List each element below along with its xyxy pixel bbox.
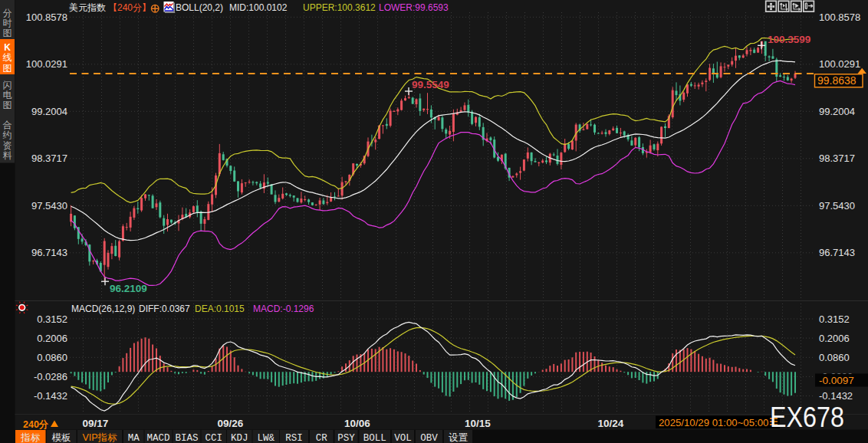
svg-text:BOLL: BOLL xyxy=(363,433,386,443)
svg-text:指标: 指标 xyxy=(20,432,41,443)
svg-text:2025/10/29 01:00~05:00: 2025/10/29 01:00~05:00 xyxy=(659,417,768,428)
svg-text:MACD:-0.1296: MACD:-0.1296 xyxy=(253,304,314,314)
svg-text:MID:100.0102: MID:100.0102 xyxy=(229,2,288,13)
svg-text:0.0860: 0.0860 xyxy=(819,352,850,363)
svg-text:EX678: EX678 xyxy=(770,402,844,433)
svg-text:99.2004: 99.2004 xyxy=(31,106,67,117)
svg-text:CCI: CCI xyxy=(205,433,223,443)
svg-text:98.3717: 98.3717 xyxy=(31,153,67,164)
svg-text:100.8578: 100.8578 xyxy=(26,11,67,23)
svg-text:99.8638: 99.8638 xyxy=(817,74,856,87)
svg-text:BIAS: BIAS xyxy=(175,433,198,443)
svg-text:240分: 240分 xyxy=(23,419,49,430)
svg-text:K: K xyxy=(4,42,11,53)
svg-text:-0.1432: -0.1432 xyxy=(34,390,67,402)
svg-text:-0.0286: -0.0286 xyxy=(34,371,67,382)
svg-text:97.5430: 97.5430 xyxy=(31,200,67,212)
svg-text:图: 图 xyxy=(3,63,12,74)
svg-text:VOL: VOL xyxy=(394,433,412,443)
svg-text:UPPER:100.3612: UPPER:100.3612 xyxy=(303,2,376,13)
svg-text:BOLL(20,2): BOLL(20,2) xyxy=(176,2,223,13)
svg-text:100.0291: 100.0291 xyxy=(26,58,67,70)
svg-text:MA: MA xyxy=(128,433,140,443)
svg-text:96.7143: 96.7143 xyxy=(31,247,67,258)
svg-text:约: 约 xyxy=(3,130,12,140)
svg-text:10/06: 10/06 xyxy=(344,418,370,429)
svg-text:RSI: RSI xyxy=(285,433,303,443)
svg-text:VIP指标: VIP指标 xyxy=(82,432,117,443)
svg-text:0.0860: 0.0860 xyxy=(37,352,67,363)
svg-text:0.3152: 0.3152 xyxy=(37,313,67,325)
svg-text:资: 资 xyxy=(3,140,12,151)
svg-text:线: 线 xyxy=(3,52,12,63)
svg-text:OBV: OBV xyxy=(420,433,438,443)
svg-text:100.0291: 100.0291 xyxy=(819,58,860,70)
svg-text:KDJ: KDJ xyxy=(231,433,248,443)
svg-text:09/26: 09/26 xyxy=(218,418,244,429)
svg-text:图: 图 xyxy=(3,28,12,38)
svg-text:99.2004: 99.2004 xyxy=(819,106,855,117)
svg-text:LW&: LW& xyxy=(258,433,275,443)
svg-text:PSY: PSY xyxy=(337,433,355,443)
svg-text:CR: CR xyxy=(316,433,328,443)
svg-text:09/17: 09/17 xyxy=(83,418,109,429)
svg-text:0.3152: 0.3152 xyxy=(819,313,850,325)
svg-text:美元指数: 美元指数 xyxy=(69,2,106,13)
svg-text:闪: 闪 xyxy=(3,80,12,90)
svg-text:100.8578: 100.8578 xyxy=(819,11,860,23)
svg-text:设置: 设置 xyxy=(449,432,469,443)
svg-text:合: 合 xyxy=(3,120,12,130)
svg-text:模板: 模板 xyxy=(51,432,71,443)
svg-text:LOWER:99.6593: LOWER:99.6593 xyxy=(379,2,449,13)
svg-text:99.5549: 99.5549 xyxy=(412,79,449,90)
svg-text:98.3717: 98.3717 xyxy=(819,153,855,164)
svg-text:分: 分 xyxy=(3,8,12,18)
svg-text:-0.0097: -0.0097 xyxy=(819,375,854,386)
svg-text:【240分】: 【240分】 xyxy=(108,2,151,13)
svg-text:DEA:0.1015: DEA:0.1015 xyxy=(195,304,245,314)
svg-text:时: 时 xyxy=(3,18,12,28)
svg-text:0.2006: 0.2006 xyxy=(37,333,67,344)
svg-text:97.5430: 97.5430 xyxy=(819,200,855,212)
svg-text:-0.1432: -0.1432 xyxy=(819,390,853,402)
svg-text:96.7143: 96.7143 xyxy=(819,247,855,258)
svg-text:DIFF:0.0367: DIFF:0.0367 xyxy=(139,304,190,314)
svg-text:MACD: MACD xyxy=(146,433,169,443)
svg-text:96.2109: 96.2109 xyxy=(110,283,147,294)
svg-text:MACD(26,12,9): MACD(26,12,9) xyxy=(71,304,135,314)
svg-text:10/24: 10/24 xyxy=(598,418,624,429)
svg-text:10/15: 10/15 xyxy=(465,418,491,429)
svg-text:图: 图 xyxy=(3,100,12,110)
svg-text:料: 料 xyxy=(3,150,12,161)
svg-text:0.2006: 0.2006 xyxy=(819,333,850,344)
svg-text:100.3599: 100.3599 xyxy=(768,34,810,45)
